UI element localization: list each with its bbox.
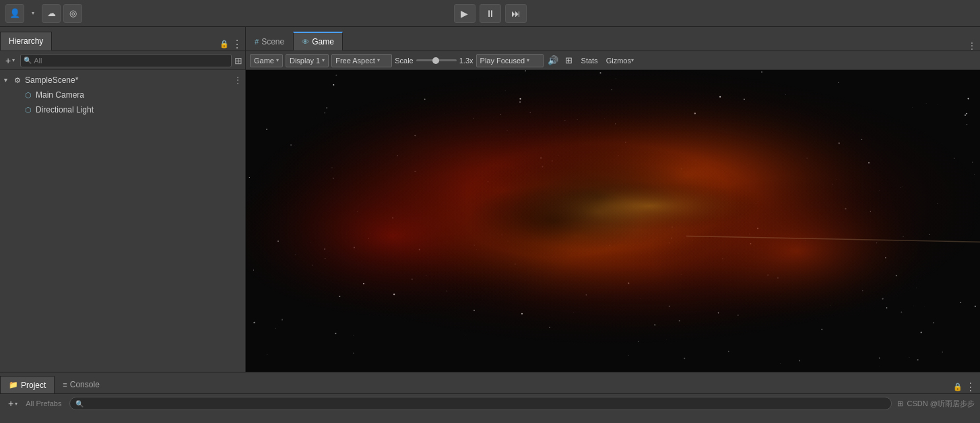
tab-hierarchy[interactable]: Hierarchy <box>0 32 52 51</box>
scale-dot <box>432 57 439 64</box>
account-icon[interactable]: 👤 <box>5 4 24 23</box>
playback-controls: ▶ ⏸ ⏭ <box>454 4 527 23</box>
play-focused-label: Play Focused <box>480 57 525 65</box>
tree-item-main-camera[interactable]: ⬡ Main Camera <box>0 88 245 102</box>
tree-item-directional-light[interactable]: ⬡ Directional Light <box>0 102 245 117</box>
aspect-dropdown-label: Free Aspect <box>335 57 375 65</box>
bottom-add-button[interactable]: + ▾ <box>5 397 20 410</box>
gizmos-arrow: ▾ <box>631 57 634 63</box>
tab-scene[interactable]: # Scene <box>246 32 293 51</box>
main-layout: Hierarchy 🔒 ⋮ + ▾ 🔍 ⊞ ▼ ⚙ <box>0 27 980 372</box>
hierarchy-toolbar: + ▾ 🔍 ⊞ <box>0 51 245 70</box>
grid-icon[interactable]: ⊞ <box>562 54 576 67</box>
game-tabs-row: # Scene 👁 Game ⋮ <box>246 27 980 51</box>
bottom-tabs-row: 📁 Project ≡ Console 🔒 ⋮ <box>0 372 980 394</box>
scene-more-icon[interactable]: ⋮ <box>233 75 242 86</box>
game-tab-label: Game <box>312 37 334 46</box>
left-panel: Hierarchy 🔒 ⋮ + ▾ 🔍 ⊞ ▼ ⚙ <box>0 27 246 372</box>
camera-icon: ⬡ <box>23 90 34 100</box>
aspect-dropdown-arrow: ▾ <box>377 57 380 63</box>
scene-icon: ⚙ <box>12 75 23 86</box>
game-toolbar: Game ▾ Display 1 ▾ Free Aspect ▾ Scale 1… <box>246 51 980 70</box>
hierarchy-filter-icon[interactable]: ⊞ <box>234 55 242 66</box>
top-bar: 👤 ▾ ☁ ◎ ▶ ⏸ ⏭ <box>0 0 980 27</box>
game-tab-more[interactable]: ⋮ <box>968 41 980 51</box>
tab-game[interactable]: 👁 Game <box>293 32 343 51</box>
play-focused-dropdown[interactable]: Play Focused ▾ <box>476 54 544 67</box>
hierarchy-tabs-actions: 🔒 ⋮ <box>220 38 245 51</box>
hierarchy-lock-icon[interactable]: 🔒 <box>220 40 229 48</box>
top-bar-left: 👤 ▾ ☁ ◎ <box>5 4 82 23</box>
hierarchy-add-button[interactable]: + ▾ <box>3 54 18 67</box>
camera-label: Main Camera <box>36 90 84 100</box>
scene-label: SampleScene* <box>25 75 78 85</box>
volume-icon[interactable]: 🔊 <box>546 54 560 67</box>
hierarchy-tab-label: Hierarchy <box>9 36 43 46</box>
console-tab-label: Console <box>70 380 100 389</box>
watermark-text: CSDN @听雨居步步 <box>907 399 975 409</box>
light-label: Directional Light <box>36 105 94 115</box>
all-prefabs-label: All Prefabs <box>26 399 61 408</box>
scale-value: 1.3x <box>459 57 473 65</box>
bottom-right-icons: ⊞ CSDN @听雨居步步 <box>897 399 975 409</box>
bottom-more-icon[interactable]: ⋮ <box>965 381 976 393</box>
display-dropdown-label: Display 1 <box>290 57 320 65</box>
game-viewport <box>246 70 980 372</box>
game-dropdown-arrow: ▾ <box>276 57 279 63</box>
step-button[interactable]: ⏭ <box>505 4 527 23</box>
collab-icon[interactable]: ◎ <box>63 4 82 23</box>
bottom-icon-1: ⊞ <box>897 399 903 408</box>
game-dropdown[interactable]: Game ▾ <box>250 54 283 67</box>
add-dropdown-icon: ▾ <box>12 57 15 63</box>
bottom-panel: 📁 Project ≡ Console 🔒 ⋮ + ▾ All Prefabs … <box>0 372 980 423</box>
tab-project[interactable]: 📁 Project <box>0 376 55 393</box>
add-plus-icon: + <box>5 55 11 66</box>
tree-item-scene[interactable]: ▼ ⚙ SampleScene* ⋮ <box>0 73 245 88</box>
light-icon: ⬡ <box>23 104 34 115</box>
display-dropdown-arrow: ▾ <box>322 57 325 63</box>
project-tab-icon: 📁 <box>9 381 18 389</box>
right-panel: # Scene 👁 Game ⋮ Game ▾ Display 1 ▾ Free <box>246 27 980 372</box>
game-canvas <box>246 70 980 372</box>
stats-button[interactable]: Stats <box>579 54 601 67</box>
bottom-search-input[interactable] <box>86 399 885 408</box>
display-dropdown[interactable]: Display 1 ▾ <box>286 54 329 67</box>
hierarchy-tree: ▼ ⚙ SampleScene* ⋮ ⬡ Main Camera ⬡ Direc… <box>0 70 245 372</box>
search-icon: 🔍 <box>24 57 32 64</box>
game-tab-icon: 👁 <box>302 38 309 46</box>
bottom-lock-icon[interactable]: 🔒 <box>953 383 962 391</box>
gizmos-button[interactable]: Gizmos ▾ <box>603 54 636 67</box>
game-dropdown-label: Game <box>254 57 274 65</box>
hierarchy-search-box: 🔍 <box>20 54 232 67</box>
scene-tab-label: Scene <box>261 37 284 46</box>
project-tab-label: Project <box>21 381 46 390</box>
bottom-add-dropdown: ▾ <box>15 401 18 407</box>
bottom-tabs-actions: 🔒 ⋮ <box>953 381 980 393</box>
scene-arrow-icon: ▼ <box>3 77 12 84</box>
pause-button[interactable]: ⏸ <box>480 4 501 23</box>
aspect-dropdown[interactable]: Free Aspect ▾ <box>331 54 392 67</box>
scale-slider[interactable] <box>416 59 457 61</box>
bottom-content: + ▾ All Prefabs 🔍 ⊞ CSDN @听雨居步步 <box>0 394 980 413</box>
scale-label: Scale <box>395 57 414 65</box>
tab-console[interactable]: ≡ Console <box>55 376 107 393</box>
hierarchy-tabs-row: Hierarchy 🔒 ⋮ <box>0 27 245 51</box>
bottom-add-plus: + <box>8 398 13 409</box>
bottom-search-box: 🔍 <box>69 397 891 410</box>
play-focused-arrow: ▾ <box>527 57 529 63</box>
scene-tab-icon: # <box>255 38 259 46</box>
console-tab-icon: ≡ <box>63 381 67 389</box>
account-dropdown[interactable]: ▾ <box>27 4 39 23</box>
hierarchy-more-icon[interactable]: ⋮ <box>232 38 242 51</box>
hierarchy-search-input[interactable] <box>34 57 228 65</box>
cloud-icon[interactable]: ☁ <box>42 4 61 23</box>
scale-control: Scale 1.3x <box>395 57 473 65</box>
bottom-search-icon: 🔍 <box>75 400 84 408</box>
play-button[interactable]: ▶ <box>454 4 476 23</box>
